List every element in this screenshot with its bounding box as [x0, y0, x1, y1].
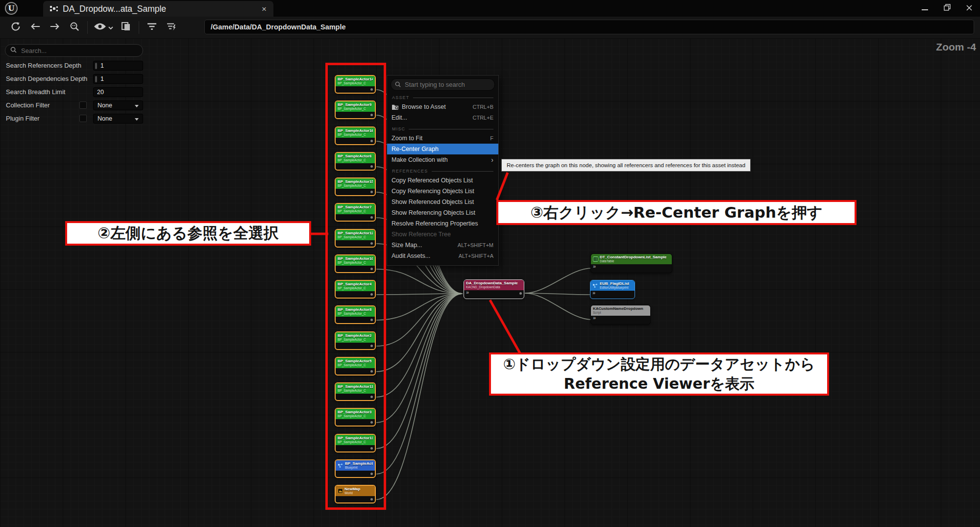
graph-node-bp-sampleactor7[interactable]: BP_SampleActor7BP_SampleActor_C [335, 203, 376, 222]
menu-item-re-center-graph[interactable]: Re-Center Graph [387, 144, 498, 154]
close-button[interactable] [958, 0, 980, 17]
menu-item-show-reference-tree[interactable]: Show Reference Tree [387, 229, 498, 240]
menu-item-show-referenced-objects-list[interactable]: Show Referenced Objects List [387, 197, 498, 207]
world-icon [338, 488, 343, 494]
menu-item-copy-referencing-objects-list[interactable]: Copy Referencing Objects List [387, 186, 498, 197]
menu-item-label: Resolve Referencing Properties [392, 220, 478, 227]
graph-node-eub-flagidlist[interactable]: EUB_FlagIDListEditorUtilityBlueprint» [590, 280, 635, 299]
graph-node-bp-sampleactor14[interactable]: BP_SampleActor14BP_SampleActor_C [335, 75, 376, 94]
forward-button[interactable] [45, 19, 65, 36]
node-header: BP_SampleActor14BP_SampleActor_C [336, 76, 375, 86]
graph-node-bp-sampleactor6[interactable]: BP_SampleActor6BP_SampleActor_C [335, 152, 376, 171]
zoom-to-fit-button[interactable] [65, 19, 84, 36]
node-body [336, 240, 375, 247]
menu-item-resolve-referencing-properties[interactable]: Resolve Referencing Properties [387, 218, 498, 229]
left-panel-rows: Search Referencers Depth1Search Dependen… [5, 61, 143, 124]
graph-node-bp-sampleactor16[interactable]: BP_SampleActor16BP_SampleActor_C [335, 126, 376, 145]
node-title: DA_DropdownData_Sample [466, 281, 518, 285]
filter-dropdown-plugin-filter[interactable]: None [93, 114, 143, 124]
visibility-dropdown-button[interactable] [91, 19, 116, 36]
graph-node-bp-sampleactor9[interactable]: BP_SampleActor9BP_SampleActor_C [335, 100, 376, 119]
spin-drag-handle[interactable] [95, 76, 97, 82]
node-header: BP_SampleActorBlueprint [336, 460, 375, 471]
output-pin [519, 292, 522, 295]
graph-node-newmap[interactable]: NewMapWorld [335, 485, 376, 503]
menu-item-audit-assets[interactable]: Audit Assets...ALT+SHIFT+A [387, 251, 498, 261]
graph-node-bp-sampleactor[interactable]: BP_SampleActorBlueprint [335, 459, 376, 478]
graph-node-kacustomnamedropdown[interactable]: KACustomNameDropdownScript» [590, 305, 651, 325]
context-menu: ASSETBrowse to AssetCTRL+BEdit...CTRL+EM… [387, 75, 499, 266]
refresh-icon [10, 21, 21, 34]
refresh-button[interactable] [6, 19, 25, 36]
graph-node-dt-constantdropdownlist-sample[interactable]: DT_ConstantDropdownList_SampleDataTable» [590, 253, 672, 273]
filter-dropdown-collection-filter[interactable]: None [93, 100, 143, 110]
back-button[interactable] [25, 19, 45, 36]
asset-path-field[interactable]: /Game/Data/DA_DropdownData_Sample [204, 20, 974, 34]
filters-button[interactable] [142, 19, 162, 36]
context-menu-search-input[interactable] [404, 80, 490, 89]
setting-input-search-dependencies-depth[interactable]: 1 [93, 74, 143, 84]
graph-search-box[interactable] [5, 44, 143, 57]
menu-section-references: REFERENCES [387, 165, 498, 175]
output-pin [370, 216, 373, 219]
window-controls [914, 0, 980, 17]
setting-input-search-breadth-limit[interactable]: 20 [93, 87, 143, 97]
graph-node-bp-sampleactor12[interactable]: BP_SampleActor12BP_SampleActor_C [335, 229, 376, 248]
menu-tooltip: Re-centers the graph on this node, showi… [501, 159, 751, 172]
node-text: BP_SampleActor14BP_SampleActor_C [338, 77, 373, 85]
setting-input-search-referencers-depth[interactable]: 1 [93, 61, 143, 71]
menu-item-shortcut: F [490, 135, 493, 141]
node-body [336, 266, 375, 272]
graph-node-bp-sampleactor13[interactable]: BP_SampleActor13BP_SampleActor_C [335, 434, 376, 452]
graph-canvas[interactable]: Zoom -4 Search Referencers Depth1Search … [0, 38, 980, 527]
duplicate-button[interactable] [116, 19, 136, 36]
node-subtitle: BP_SampleActor_C [338, 363, 371, 367]
menu-item-show-referencing-objects-list[interactable]: Show Referencing Objects List [387, 207, 498, 218]
graph-node-bp-sampleactor10[interactable]: BP_SampleActor10BP_SampleActor_C [335, 254, 376, 273]
maximize-button[interactable] [936, 0, 958, 17]
input-value: 1 [100, 62, 104, 69]
graph-node-bp-sampleactor15[interactable]: BP_SampleActor15BP_SampleActor_C [335, 177, 376, 196]
node-body: » [591, 264, 672, 271]
asset-path-text: /Game/Data/DA_DropdownData_Sample [211, 23, 346, 31]
node-title: BP_SampleActor [345, 461, 373, 466]
menu-item-browse-to-asset[interactable]: Browse to AssetCTRL+B [387, 101, 498, 112]
node-title: BP_SampleActor4 [338, 282, 371, 286]
node-text: BP_SampleActor7BP_SampleActor_C [338, 205, 371, 213]
menu-section-label: REFERENCES [392, 169, 428, 174]
graph-node-bp-sampleactor2[interactable]: BP_SampleActor2BP_SampleActor_C [335, 331, 376, 350]
search-input[interactable] [20, 47, 138, 55]
toolbar-separator [139, 21, 139, 34]
graph-node-bp-sampleactor11[interactable]: BP_SampleActor11BP_SampleActor_C [335, 382, 376, 401]
filter-presets-button[interactable] [162, 19, 181, 36]
menu-item-copy-referenced-objects-list[interactable]: Copy Referenced Objects List [387, 175, 498, 186]
close-icon [966, 4, 972, 13]
output-pin [370, 447, 373, 450]
graph-node-bp-sampleactor8[interactable]: BP_SampleActor8BP_SampleActor_C [335, 305, 376, 324]
context-menu-search-box[interactable] [391, 78, 495, 91]
graph-node-da-dropdowndata-sample[interactable]: DA_DropdownData_SampleKACND_DropdownData… [464, 279, 524, 299]
menu-item-label: Copy Referenced Objects List [392, 177, 473, 184]
setting-label-collection-filter: Collection Filter [6, 101, 50, 109]
node-text: BP_SampleActor11BP_SampleActor_C [338, 384, 373, 393]
setting-label-plugin-filter: Plugin Filter [6, 115, 40, 122]
input-value: 1 [100, 75, 104, 82]
spin-drag-handle[interactable] [95, 63, 97, 69]
tab-close-icon[interactable]: × [262, 5, 267, 13]
menu-section-asset: ASSET [387, 92, 498, 101]
filter-checkbox[interactable] [79, 115, 87, 122]
node-header: DT_ConstantDropdownList_SampleDataTable [591, 254, 672, 264]
graph-node-bp-sampleactor4[interactable]: BP_SampleActor4BP_SampleActor_C [335, 280, 376, 299]
graph-node-bp-sampleactor3[interactable]: BP_SampleActor3BP_SampleActor_C [335, 408, 376, 427]
node-body: » [590, 291, 635, 297]
menu-item-edit[interactable]: Edit...CTRL+E [387, 112, 498, 123]
filter-checkbox[interactable] [79, 101, 87, 109]
graph-node-bp-sampleactor5[interactable]: BP_SampleActor5BP_SampleActor_C [335, 357, 376, 376]
left-panel-row: Plugin FilterNone [5, 114, 143, 124]
menu-item-size-map[interactable]: Size Map...ALT+SHIFT+M [387, 240, 498, 251]
menu-item-make-collection-with[interactable]: Make Collection with› [387, 154, 498, 165]
unreal-logo: U [5, 2, 18, 15]
tab-reference-viewer[interactable]: DA_Dropdow...ata_Sample × [43, 1, 273, 17]
minimize-button[interactable] [914, 0, 936, 17]
menu-item-zoom-to-fit[interactable]: Zoom to FitF [387, 133, 498, 144]
